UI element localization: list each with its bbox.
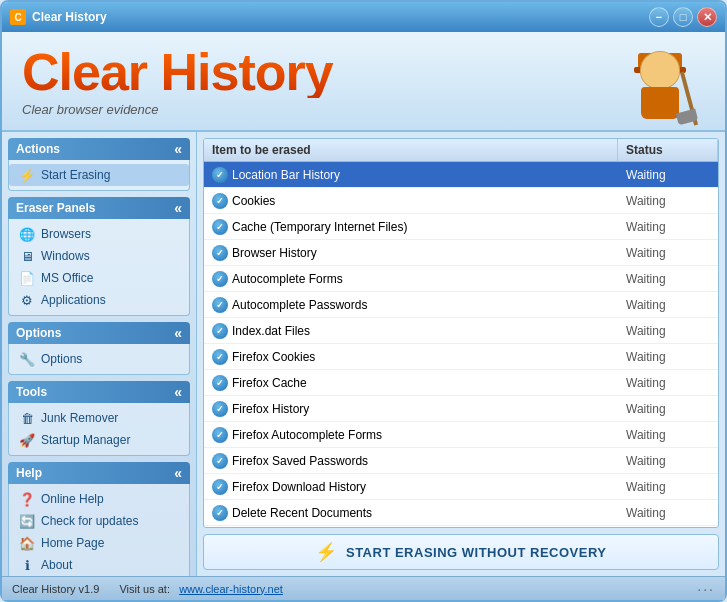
table-row[interactable]: ✓Firefox Autocomplete FormsWaiting — [204, 422, 718, 448]
sidebar-item-home-page-label: Home Page — [41, 536, 104, 550]
status-cell: Waiting — [618, 270, 718, 288]
table-header: Item to be erased Status — [204, 139, 718, 162]
mascot — [615, 36, 705, 126]
table-row[interactable]: ✓Firefox CacheWaiting — [204, 370, 718, 396]
table-row[interactable]: ✓Firefox HistoryWaiting — [204, 396, 718, 422]
table-row[interactable]: ✓Autocomplete PasswordsWaiting — [204, 292, 718, 318]
item-cell: ✓Cookies — [204, 191, 618, 211]
windows-icon: 🖥 — [19, 248, 35, 264]
table-row[interactable]: ✓Firefox CookiesWaiting — [204, 344, 718, 370]
home-page-icon: 🏠 — [19, 535, 35, 551]
erase-button-label: START ERASING WITHOUT RECOVERY — [346, 545, 607, 560]
item-label: Location Bar History — [232, 168, 340, 182]
item-cell: ✓Index.dat Files — [204, 321, 618, 341]
bottom-bar: ⚡ START ERASING WITHOUT RECOVERY — [203, 534, 719, 570]
sidebar-item-about[interactable]: ℹ About — [9, 554, 189, 576]
status-cell: Waiting — [618, 218, 718, 236]
item-cell: ✓Firefox Autocomplete Forms — [204, 425, 618, 445]
row-check-icon: ✓ — [212, 271, 228, 287]
item-label: Firefox Download History — [232, 480, 366, 494]
row-check-icon: ✓ — [212, 349, 228, 365]
sidebar-help-arrow: « — [174, 465, 182, 481]
sidebar-body-help: ❓ Online Help 🔄 Check for updates 🏠 Home… — [8, 484, 190, 576]
sidebar-item-ms-office[interactable]: 📄 MS Office — [9, 267, 189, 289]
item-label: Autocomplete Forms — [232, 272, 343, 286]
sidebar-item-home-page[interactable]: 🏠 Home Page — [9, 532, 189, 554]
table-body[interactable]: ✓Location Bar HistoryWaiting✓CookiesWait… — [204, 162, 718, 527]
sidebar-item-about-label: About — [41, 558, 72, 572]
sidebar-section-options: Options « 🔧 Options — [8, 322, 190, 375]
status-dots: ··· — [697, 581, 715, 597]
table-row[interactable]: ✓Index.dat FilesWaiting — [204, 318, 718, 344]
item-cell: ✓Firefox Cookies — [204, 347, 618, 367]
row-check-icon: ✓ — [212, 245, 228, 261]
item-label: Firefox Cache — [232, 376, 307, 390]
sidebar-header-actions[interactable]: Actions « — [8, 138, 190, 160]
item-label: Delete Recent Documents — [232, 506, 372, 520]
sidebar-item-options-label: Options — [41, 352, 82, 366]
item-label: Cookies — [232, 194, 275, 208]
table-row[interactable]: ✓Firefox Saved PasswordsWaiting — [204, 448, 718, 474]
sidebar-section-eraser-panels: Eraser Panels « 🌐 Browsers 🖥 Windows 📄 M… — [8, 197, 190, 316]
erase-icon: ⚡ — [315, 541, 338, 563]
sidebar-section-help: Help « ❓ Online Help 🔄 Check for updates… — [8, 462, 190, 576]
table-row[interactable]: ✓Browser HistoryWaiting — [204, 240, 718, 266]
sidebar-item-startup-manager[interactable]: 🚀 Startup Manager — [9, 429, 189, 451]
sidebar-item-start-erasing[interactable]: ⚡ Start Erasing — [9, 164, 189, 186]
erase-button[interactable]: ⚡ START ERASING WITHOUT RECOVERY — [315, 541, 606, 563]
table-row[interactable]: ✓Autocomplete FormsWaiting — [204, 266, 718, 292]
title-bar: C Clear History − □ ✕ — [2, 2, 725, 32]
sidebar-item-applications[interactable]: ⚙ Applications — [9, 289, 189, 311]
item-cell: ✓Firefox Saved Passwords — [204, 451, 618, 471]
table-row[interactable]: ✓Cache (Temporary Internet Files)Waiting — [204, 214, 718, 240]
row-check-icon: ✓ — [212, 505, 228, 521]
sidebar: Actions « ⚡ Start Erasing Eraser Panels … — [2, 132, 197, 576]
item-label: Browser History — [232, 246, 317, 260]
logo-subtitle: Clear browser evidence — [22, 102, 615, 117]
sidebar-item-browsers-label: Browsers — [41, 227, 91, 241]
sidebar-body-eraser-panels: 🌐 Browsers 🖥 Windows 📄 MS Office ⚙ Appli… — [8, 219, 190, 316]
status-cell: Waiting — [618, 504, 718, 522]
minimize-button[interactable]: − — [649, 7, 669, 27]
sidebar-header-eraser-panels[interactable]: Eraser Panels « — [8, 197, 190, 219]
sidebar-section-eraser-panels-label: Eraser Panels — [16, 201, 95, 215]
status-cell: Waiting — [618, 296, 718, 314]
status-cell: Waiting — [618, 400, 718, 418]
sidebar-header-options[interactable]: Options « — [8, 322, 190, 344]
sidebar-header-help[interactable]: Help « — [8, 462, 190, 484]
sidebar-section-actions-label: Actions — [16, 142, 60, 156]
sidebar-section-tools-label: Tools — [16, 385, 47, 399]
header: Clear History Clear browser evidence — [2, 32, 725, 132]
sidebar-item-windows[interactable]: 🖥 Windows — [9, 245, 189, 267]
table-row[interactable]: ✓CookiesWaiting — [204, 188, 718, 214]
website-link[interactable]: www.clear-history.net — [179, 583, 283, 595]
item-cell: ✓Autocomplete Forms — [204, 269, 618, 289]
ms-office-icon: 📄 — [19, 270, 35, 286]
table-row[interactable]: ✓Delete Recent DocumentsWaiting — [204, 500, 718, 526]
sidebar-item-check-updates[interactable]: 🔄 Check for updates — [9, 510, 189, 532]
table-row[interactable]: ✓Firefox Download HistoryWaiting — [204, 474, 718, 500]
status-cell: Waiting — [618, 348, 718, 366]
table-row[interactable]: ✓Location Bar HistoryWaiting — [204, 162, 718, 188]
sidebar-item-options[interactable]: 🔧 Options — [9, 348, 189, 370]
title-bar-left: C Clear History — [10, 9, 107, 25]
row-check-icon: ✓ — [212, 427, 228, 443]
sidebar-item-online-help[interactable]: ❓ Online Help — [9, 488, 189, 510]
sidebar-options-arrow: « — [174, 325, 182, 341]
sidebar-item-applications-label: Applications — [41, 293, 106, 307]
maximize-button[interactable]: □ — [673, 7, 693, 27]
status-cell: Waiting — [618, 244, 718, 262]
visit-text: Visit us at: — [119, 583, 170, 595]
sidebar-body-options: 🔧 Options — [8, 344, 190, 375]
sidebar-section-options-label: Options — [16, 326, 61, 340]
sidebar-header-tools[interactable]: Tools « — [8, 381, 190, 403]
mascot-head — [640, 51, 680, 89]
row-check-icon: ✓ — [212, 297, 228, 313]
row-check-icon: ✓ — [212, 479, 228, 495]
row-check-icon: ✓ — [212, 193, 228, 209]
sidebar-item-junk-remover[interactable]: 🗑 Junk Remover — [9, 407, 189, 429]
status-cell: Waiting — [618, 452, 718, 470]
sidebar-item-browsers[interactable]: 🌐 Browsers — [9, 223, 189, 245]
close-button[interactable]: ✕ — [697, 7, 717, 27]
about-icon: ℹ — [19, 557, 35, 573]
